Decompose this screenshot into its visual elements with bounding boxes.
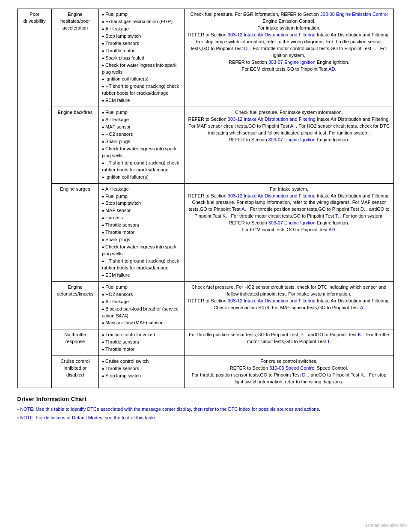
cause-item: Harness [102, 215, 181, 221]
action-link[interactable]: A [241, 206, 244, 212]
cause-item: Stop lamp switch [102, 373, 181, 380]
section-title: Driver Information Chart [17, 396, 394, 402]
action-cell: For cruise control switches,REFER to Sec… [185, 356, 394, 388]
sub-symptom: Cruise control inhibited or disabled [52, 356, 99, 388]
action-cell: For intake system,REFER to Section 303-1… [185, 183, 394, 281]
causes-cell: Traction control invokedThrottle sensors… [99, 329, 185, 356]
action-link[interactable]: A [290, 123, 293, 129]
cause-item: HO2 sensors [102, 131, 181, 138]
action-link[interactable]: A [360, 305, 363, 310]
cause-item: Check for water ingress into spark plug … [102, 62, 181, 76]
sub-symptom: No throttle response [52, 329, 99, 356]
action-link[interactable]: D [244, 46, 247, 51]
cause-item: ECM failure [102, 272, 181, 279]
action-link[interactable]: 303-12 Intake Air Distribution and Filte… [228, 32, 316, 37]
causes-cell: Fuel pumpHO2 sensorsAir leakageBlocked p… [99, 281, 185, 329]
cause-item: Traction control invoked [102, 332, 181, 338]
action-link[interactable]: K [358, 332, 361, 337]
action-link[interactable]: 303-08 Engine Emission Control [320, 12, 388, 17]
action-link[interactable]: K [223, 213, 226, 218]
cause-item: Stop lamp switch [102, 33, 181, 40]
sub-symptom: Engine surges [52, 183, 99, 281]
cause-item: ECM failure [102, 97, 181, 104]
cause-item: Fuel pump [102, 193, 181, 200]
action-link[interactable]: 303-12 Intake Air Distribution and Filte… [228, 298, 316, 303]
driveability-table: Poor driveabilityEngine hesitates/poor a… [17, 9, 394, 388]
cause-item: Fuel pump [102, 284, 181, 291]
cause-item: Throttle motor [102, 229, 181, 236]
note-text: • NOTE: Use this table to identify DTCs … [17, 406, 394, 412]
causes-cell: Fuel pumpExhaust gas recirculation (EGR)… [99, 9, 185, 107]
cause-item: Air leakage [102, 186, 181, 193]
action-link[interactable]: 310-03 Speed Control [269, 365, 316, 371]
action-link[interactable]: D [302, 372, 306, 377]
cause-item: MAF sensor [102, 207, 181, 214]
action-link[interactable]: AD [328, 227, 335, 232]
cause-item: Check for water ingress into spark plug … [102, 244, 181, 257]
action-link[interactable]: D [299, 332, 303, 337]
action-link[interactable]: 303-07 Engine Ignition [268, 220, 316, 225]
sub-symptom: Engine hesitates/poor acceleration [52, 9, 99, 107]
cause-item: Throttle motor [102, 346, 181, 353]
cause-item: Spark plugs [102, 236, 181, 243]
cause-item: HT short to ground (tracking) check rubb… [102, 160, 181, 173]
cause-item: Ignition coil failure(s) [102, 174, 181, 181]
causes-cell: Cruise control switchThrottle sensorsSto… [99, 356, 185, 388]
action-link[interactable]: 303-07 Engine Ignition [268, 60, 316, 65]
cause-item: Spark plugs [102, 138, 181, 145]
cause-item: Air leakage [102, 299, 181, 305]
cause-item: HO2 sensors [102, 291, 181, 298]
cause-item: HT short to ground (tracking) check rubb… [102, 258, 181, 272]
sub-symptom: Engine backfires [52, 107, 99, 183]
cause-item: Air leakage [102, 117, 181, 123]
cause-item: Spark plugs fouled [102, 55, 181, 62]
cause-item: Ignition coil failure(s) [102, 76, 181, 83]
action-link[interactable]: 303-12 Intake Air Distribution and Filte… [228, 193, 316, 198]
cause-item: Cruise control switch [102, 358, 181, 365]
cause-item: Fuel pump [102, 109, 181, 116]
sub-symptom: Engine detonates/knocks [52, 281, 99, 329]
symptom-group: Poor driveability [18, 9, 52, 388]
action-link[interactable]: T [327, 339, 330, 344]
causes-cell: Air leakageFuel pumpStop lamp switchMAF … [99, 183, 185, 281]
action-cell: Check fuel pressure. For EGR information… [185, 9, 394, 107]
action-link[interactable]: T [372, 46, 375, 51]
cause-item: Throttle sensors [102, 40, 181, 47]
action-cell: Check fuel pressure. For HO2 sensor circ… [185, 281, 394, 329]
action-cell: Check fuel pressure. For intake system i… [185, 107, 394, 183]
cause-item: Mass air flow (MAF) sensor [102, 320, 181, 326]
action-link[interactable]: K [360, 372, 363, 377]
cause-item: Fuel pump [102, 11, 181, 18]
cause-item: Blocked part-load breather (service acti… [102, 306, 181, 320]
cause-item: MAF sensor [102, 124, 181, 131]
action-link[interactable]: AD [328, 66, 335, 72]
action-cell: For throttle position sensor tests,GO to… [185, 329, 394, 356]
cause-item: Exhaust gas recirculation (EGR) [102, 18, 181, 25]
cause-item: HT short to ground (tracking) check rubb… [102, 83, 181, 97]
note-text: • NOTE: For definitions of Default Modes… [17, 415, 394, 420]
cause-item: Throttle sensors [102, 365, 181, 372]
cause-item: Throttle sensors [102, 339, 181, 346]
action-link[interactable]: 303-12 Intake Air Distribution and Filte… [228, 117, 316, 122]
cause-item: Check for water ingress into spark plug … [102, 146, 181, 159]
action-link[interactable]: T [335, 213, 338, 218]
action-link[interactable]: D [360, 206, 364, 212]
cause-item: Throttle motor [102, 48, 181, 54]
cause-item: Stop lamp switch [102, 200, 181, 207]
action-link[interactable]: 303-07 Engine Ignition [268, 137, 316, 142]
causes-cell: Fuel pumpAir leakageMAF sensorHO2 sensor… [99, 107, 185, 183]
cause-item: Throttle sensors [102, 222, 181, 229]
cause-item: Air leakage [102, 26, 181, 33]
